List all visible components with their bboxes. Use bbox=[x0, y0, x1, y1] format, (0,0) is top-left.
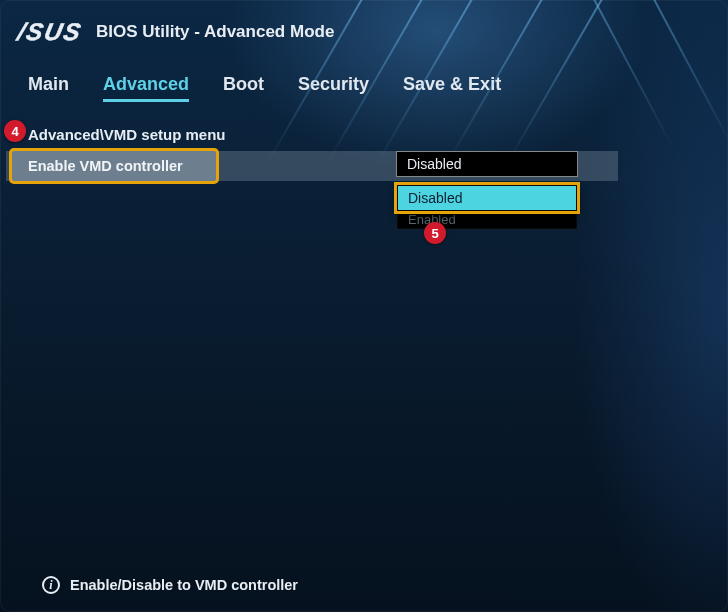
brand-logo: /SUS bbox=[15, 18, 85, 46]
tab-boot[interactable]: Boot bbox=[223, 74, 264, 102]
tab-bar: Main Advanced Boot Security Save & Exit bbox=[0, 56, 728, 110]
dropdown-option-disabled[interactable]: Disabled bbox=[398, 186, 576, 210]
tab-security[interactable]: Security bbox=[298, 74, 369, 102]
option-enable-vmd[interactable]: Enable VMD controller bbox=[12, 151, 216, 181]
dropdown-option-enabled[interactable]: Enabled bbox=[397, 211, 577, 229]
app-title: BIOS Utility - Advanced Mode bbox=[96, 22, 334, 42]
option-current-value: Disabled bbox=[407, 156, 461, 172]
header: /SUS BIOS Utility - Advanced Mode bbox=[0, 0, 728, 56]
breadcrumb: Advanced\VMD setup menu bbox=[0, 110, 728, 151]
tab-advanced[interactable]: Advanced bbox=[103, 74, 189, 102]
footer-help-text: Enable/Disable to VMD controller bbox=[70, 577, 298, 593]
option-label: Enable VMD controller bbox=[28, 158, 183, 174]
option-value-box[interactable]: Disabled bbox=[396, 151, 578, 177]
tab-save-exit[interactable]: Save & Exit bbox=[403, 74, 501, 102]
option-dropdown[interactable]: Disabled bbox=[397, 185, 577, 211]
callout-badge-5: 5 bbox=[424, 222, 446, 244]
tab-main[interactable]: Main bbox=[28, 74, 69, 102]
callout-badge-4: 4 bbox=[4, 120, 26, 142]
info-icon: i bbox=[42, 576, 60, 594]
footer-help: i Enable/Disable to VMD controller bbox=[0, 576, 728, 594]
breadcrumb-text: Advanced\VMD setup menu bbox=[28, 126, 226, 143]
option-row: Enable VMD controller Disabled bbox=[0, 151, 618, 181]
